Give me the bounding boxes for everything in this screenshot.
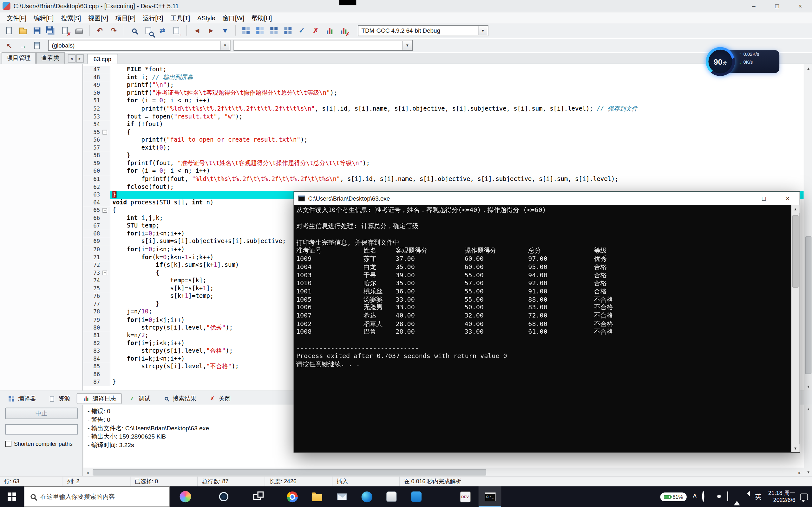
console-scrollbar[interactable]: ▲ ▼ <box>792 205 800 452</box>
file-explorer-icon[interactable] <box>305 487 328 507</box>
tray-app-icon[interactable] <box>703 492 705 501</box>
code-line-57[interactable]: 57 exit(0); <box>84 144 804 152</box>
profile-delete-icon[interactable]: ✗ <box>337 24 351 37</box>
task-view-icon[interactable] <box>246 487 268 507</box>
scroll-up-icon[interactable]: ▲ <box>792 205 800 213</box>
code-line-49[interactable]: 49 printf("\n"); <box>84 81 804 89</box>
code-line-60[interactable]: 60 for (i = 0; i < n; i++) <box>84 167 804 175</box>
goto-line-icon[interactable]: → <box>169 24 183 37</box>
code-line-55[interactable]: 55− { <box>84 128 804 136</box>
tab-compiler[interactable]: 编译器 <box>2 393 41 404</box>
tab-view-classes[interactable]: 查看类 <box>36 52 64 64</box>
chevron-down-icon[interactable]: ▼ <box>220 41 229 50</box>
run-icon[interactable] <box>253 24 267 37</box>
scroll-right-icon[interactable]: ► <box>796 468 804 476</box>
log-vertical-scrollbar[interactable]: ▲ ▼ <box>804 405 812 476</box>
profile-icon[interactable] <box>322 24 337 37</box>
console-scroll-thumb[interactable] <box>792 215 799 288</box>
menu-item-AStyle[interactable]: AStyle <box>194 14 219 22</box>
tab-scroll-left-icon[interactable]: ◄ <box>67 54 75 62</box>
menu-item-搜索[S][interactable]: 搜索[S] <box>57 13 85 23</box>
code-line-54[interactable]: 54 if (!fout) <box>84 120 804 128</box>
colorful-app-icon[interactable] <box>174 487 197 507</box>
taskbar-search[interactable]: 在这里输入你要搜索的内容 <box>24 487 170 507</box>
menu-item-窗口[W][interactable]: 窗口[W] <box>219 13 248 23</box>
minimize-button[interactable]: – <box>742 0 765 12</box>
editor-tab-63cpp[interactable]: 63.cpp <box>87 54 118 64</box>
globals-select[interactable]: (globals) ▼ <box>48 40 231 51</box>
tray-network-icon[interactable] <box>734 492 740 501</box>
action-center-icon[interactable] <box>800 493 808 500</box>
edge-icon[interactable] <box>355 487 378 507</box>
taskbar-clock[interactable]: 21:18 周一 2022/6/6 <box>768 490 796 504</box>
chevron-down-icon[interactable]: ▼ <box>478 26 487 35</box>
code-line-58[interactable]: 58 } <box>84 152 804 160</box>
start-button[interactable] <box>0 487 24 507</box>
log-scroll-thumb[interactable] <box>93 469 486 475</box>
fold-marker-icon[interactable]: − <box>102 130 107 135</box>
code-line-56[interactable]: 56 printf("fail to open or create result… <box>84 136 804 144</box>
app-icon-blue[interactable] <box>405 487 428 507</box>
open-project-icon[interactable] <box>16 24 30 37</box>
new-file-icon[interactable] <box>2 24 16 37</box>
code-line-62[interactable]: 62 fclose(fout); <box>84 183 804 191</box>
tab-project-manager[interactable]: 项目管理 <box>2 52 36 64</box>
tab-close[interactable]: ✗关闭 <box>203 393 236 404</box>
code-line-47[interactable]: 47 FILE *fout; <box>84 66 804 73</box>
console-close-button[interactable]: × <box>776 192 800 205</box>
undo-icon[interactable]: ↶ <box>93 24 107 37</box>
devcpp-icon[interactable]: DEV <box>454 487 476 507</box>
code-line-59[interactable]: 59 fprintf(fout, "准考证号\t\t姓名\t客观题得分\t操作题… <box>84 159 804 167</box>
forward-icon[interactable]: ► <box>204 24 218 37</box>
code-line-53[interactable]: 53 fout = fopen("result.txt", "w"); <box>84 112 804 120</box>
shorten-paths-checkbox[interactable] <box>5 441 11 447</box>
editor-vertical-scrollbar[interactable]: ▲ ▼ <box>804 64 812 390</box>
tab-resources[interactable]: 资源 <box>42 393 75 404</box>
scroll-down-icon[interactable]: ▼ <box>804 383 812 391</box>
compile-run-icon[interactable] <box>267 24 281 37</box>
class-browser-icon[interactable] <box>30 39 44 52</box>
code-line-61[interactable]: 61 fprintf(fout, "%ld\t\t%s\t%.2f\t\t%.2… <box>84 175 804 183</box>
close-button[interactable]: × <box>789 0 812 12</box>
redo-icon[interactable]: ↷ <box>107 24 120 37</box>
code-line-52[interactable]: 52 printf("%ld\t\t%s\t%.2f\t\t%.2f\t\t%.… <box>84 105 804 113</box>
find-in-files-icon[interactable] <box>142 24 155 37</box>
console-app-icon[interactable] <box>478 487 502 507</box>
scroll-up-icon[interactable]: ▲ <box>804 405 812 413</box>
cortana-icon[interactable] <box>212 487 235 507</box>
scroll-down-icon[interactable]: ▼ <box>804 468 812 476</box>
scroll-down-icon[interactable]: ▼ <box>792 444 800 452</box>
code-line-50[interactable]: 50 printf("准考证号\t姓名\t客观题得分\t操作题得分\t总分\t\… <box>84 89 804 97</box>
menu-item-运行[R][interactable]: 运行[R] <box>139 13 167 23</box>
print-icon[interactable] <box>72 24 86 37</box>
compile-icon[interactable] <box>239 24 253 37</box>
menu-item-工具[T][interactable]: 工具[T] <box>167 13 194 23</box>
console-minimize-button[interactable]: – <box>728 192 752 205</box>
code-line-48[interactable]: 48 int i; // 输出到屏幕 <box>84 73 804 81</box>
tab-compile-log[interactable]: 编译日志 <box>77 393 121 404</box>
debug-icon[interactable]: ✓ <box>295 24 309 37</box>
chrome-icon[interactable] <box>281 487 304 507</box>
goto-declaration-icon[interactable]: ↖ <box>2 39 16 52</box>
mail-icon[interactable] <box>331 487 353 507</box>
menu-item-文件[F][interactable]: 文件[F] <box>3 13 30 23</box>
tab-search-results[interactable]: 搜索结果 <box>157 393 202 404</box>
log-horizontal-scrollbar[interactable]: ◄ ► <box>84 468 804 476</box>
back-icon[interactable]: ◄ <box>190 24 204 37</box>
close-file-icon[interactable]: ✗ <box>58 24 72 37</box>
input-language-indicator[interactable]: 英 <box>755 492 762 501</box>
console-window[interactable]: C:\Users\Brian\Desktop\63.exe – □ × 从文件读… <box>294 191 800 452</box>
battery-widget[interactable]: 81% <box>660 492 687 501</box>
abort-button[interactable]: 中止 <box>5 408 78 419</box>
editor-scroll-thumb[interactable] <box>805 236 812 374</box>
rebuild-all-icon[interactable] <box>281 24 295 37</box>
console-titlebar[interactable]: C:\Users\Brian\Desktop\63.exe – □ × <box>294 192 799 205</box>
tray-chevron-icon[interactable]: ^ <box>693 493 697 500</box>
booster-widget[interactable]: 90 分 ↑ 0.02K/s ↓ 0K/s <box>706 47 779 77</box>
menu-item-视图[V][interactable]: 视图[V] <box>85 13 112 23</box>
scroll-up-icon[interactable]: ▲ <box>804 64 812 72</box>
tray-display-icon[interactable] <box>727 492 728 501</box>
members-select[interactable]: ▼ <box>234 40 413 51</box>
abort-icon[interactable]: ✗ <box>309 24 322 37</box>
fold-marker-icon[interactable]: − <box>102 271 107 275</box>
